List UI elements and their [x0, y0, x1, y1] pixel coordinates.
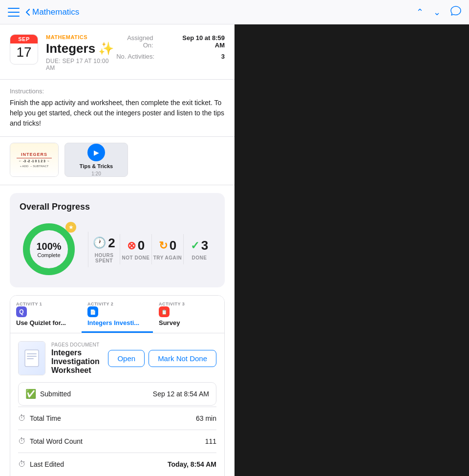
activity-2-top: 📄 [87, 306, 147, 318]
stat-try-again: ↻ 0 TRY AGAIN [151, 234, 183, 264]
hours-value: 2 [108, 236, 115, 251]
poster-ops: + ADD − SUBTRACT [20, 165, 48, 168]
video-duration: 1:20 [91, 171, 101, 176]
poster-title: INTEGERS [21, 152, 47, 157]
total-word-count-label: Total Word Count [30, 437, 83, 445]
donut-label: Complete [36, 252, 61, 258]
activity-tab-2[interactable]: ACTIVITY 2 📄 Integers Investi... [82, 296, 153, 333]
up-nav-icon[interactable]: ⌃ [416, 7, 424, 18]
not-done-label: NOT DONE [120, 255, 151, 260]
activity-1-title: Use Quizlet for... [16, 319, 76, 331]
total-word-count-left: ⏱ Total Word Count [18, 437, 83, 446]
assigned-on-row: Assigned On: Sep 10 at 8:59 AM [116, 34, 225, 49]
donut-percentage: 100% [36, 241, 61, 252]
total-word-count-value: 111 [205, 437, 216, 445]
calendar-month: SEP [10, 35, 38, 43]
activity-3-icon: 📋 [159, 306, 170, 317]
tips-tricks-video[interactable]: ▶ Tips & Tricks 1:20 [64, 143, 128, 177]
done-icon: ✓ [191, 239, 199, 252]
no-activities-row: No. Activities: 3 [116, 53, 225, 60]
open-button[interactable]: Open [108, 350, 145, 367]
mark-not-done-button[interactable]: Mark Not Done [149, 350, 216, 367]
attachments-section: INTEGERS ← -3 -2 -1 0 1 2 3 → + ADD − SU… [0, 137, 234, 185]
title-text: Integers [46, 41, 95, 56]
nav-left: Mathematics [8, 7, 79, 17]
activity-3-top: 📋 [159, 306, 218, 318]
progress-row: 100% Complete ★ 🕐 2 HOURS SPENT [20, 220, 215, 279]
activity-1-num: ACTIVITY 1 [16, 302, 76, 306]
done-value: 3 [201, 238, 208, 253]
integers-poster: INTEGERS ← -3 -2 -1 0 1 2 3 → + ADD − SU… [10, 143, 58, 176]
try-again-value: 0 [170, 238, 176, 253]
nav-right: ⌃ ⌄ [416, 6, 461, 18]
comment-icon[interactable] [450, 6, 461, 18]
poster-divider [17, 158, 52, 158]
activity-tab-3[interactable]: ACTIVITY 3 📋 Survey [153, 296, 224, 333]
no-activities-label: No. Activities: [116, 53, 154, 60]
assignment-left: SEP 17 MATHEMATICS Integers ✨ DUE: SEP 1… [10, 34, 116, 71]
submitted-text: Submitted [40, 390, 71, 398]
total-time-value: 63 min [196, 414, 216, 422]
hours-label: HOURS SPENT [88, 253, 120, 263]
doc-thumbnail [18, 341, 45, 375]
activity-1-icon: Q [16, 306, 27, 317]
submitted-time: Sep 12 at 8:54 AM [153, 390, 209, 398]
down-nav-icon[interactable]: ⌄ [433, 7, 441, 18]
total-word-count-row: ⏱ Total Word Count 111 [18, 430, 216, 453]
video-title: Tips & Tricks [80, 163, 113, 169]
last-edited-label: Last Edited [30, 460, 64, 468]
total-time-label: Total Time [30, 414, 61, 422]
right-panel [234, 24, 469, 476]
title-emoji: ✨ [98, 41, 114, 56]
activity-2-icon: 📄 [87, 306, 98, 317]
not-done-icon: ⊗ [127, 239, 136, 252]
nav-bar: Mathematics ⌃ ⌄ [0, 0, 469, 24]
doc-name: Integers Investigation Worksheet [51, 348, 102, 375]
assigned-on-label: Assigned On: [116, 34, 153, 49]
stat-not-done-top: ⊗ 0 [120, 238, 151, 253]
total-word-count-icon: ⏱ [18, 437, 26, 446]
play-button[interactable]: ▶ [87, 144, 105, 161]
due-date: DUE: SEP 17 AT 10:00 AM [46, 58, 116, 71]
donut-center: 100% Complete [36, 241, 61, 258]
activity-3-title: Survey [159, 319, 218, 331]
stat-hours-top: 🕐 2 [88, 236, 120, 251]
stat-done-top: ✓ 3 [184, 238, 215, 253]
last-edited-icon: ⏱ [18, 460, 26, 469]
assignment-title: Integers ✨ [46, 41, 116, 56]
back-button[interactable]: Mathematics [25, 7, 79, 17]
hours-icon: 🕐 [93, 237, 106, 249]
instructions-label: Instructions: [10, 87, 225, 95]
last-edited-left: ⏱ Last Edited [18, 460, 64, 469]
star-badge: ★ [65, 222, 76, 233]
activity-3-num: ACTIVITY 3 [159, 302, 218, 306]
doc-info: PAGES DOCUMENT Integers Investigation Wo… [51, 342, 102, 375]
layout: SEP 17 MATHEMATICS Integers ✨ DUE: SEP 1… [0, 24, 469, 476]
instructions-text: Finish the app activity and worksheet, t… [10, 98, 225, 129]
activity-2-num: ACTIVITY 2 [87, 302, 147, 306]
calendar-icon: SEP 17 [10, 34, 38, 65]
no-activities-value: 3 [221, 53, 225, 60]
doc-actions: Open Mark Not Done [108, 350, 216, 367]
activity-tab-1[interactable]: ACTIVITY 1 Q Use Quizlet for... [10, 296, 82, 333]
svg-rect-5 [27, 358, 34, 359]
doc-type: PAGES DOCUMENT [51, 342, 102, 347]
doc-row: PAGES DOCUMENT Integers Investigation Wo… [18, 341, 216, 375]
main-content: SEP 17 MATHEMATICS Integers ✨ DUE: SEP 1… [0, 24, 234, 476]
submitted-check-icon: ✅ [25, 389, 36, 399]
svg-rect-3 [27, 353, 37, 354]
svg-rect-4 [27, 356, 37, 357]
instructions-section: Instructions: Finish the app activity an… [0, 80, 234, 137]
activity-2-title: Integers Investi... [87, 319, 147, 331]
poster-numbers: ← -3 -2 -1 0 1 2 3 → [19, 159, 50, 163]
stat-hours-spent: 🕐 2 HOURS SPENT [88, 232, 120, 267]
back-label: Mathematics [32, 7, 79, 17]
submitted-left: ✅ Submitted [25, 389, 71, 399]
integers-poster-thumb[interactable]: INTEGERS ← -3 -2 -1 0 1 2 3 → + ADD − SU… [10, 143, 59, 177]
last-edited-row: ⏱ Last Edited Today, 8:54 AM [18, 453, 216, 476]
progress-section: Overall Progress 100% Complete ★ [10, 193, 225, 287]
assignment-info: MATHEMATICS Integers ✨ DUE: SEP 17 AT 10… [46, 34, 116, 71]
sidebar-toggle-button[interactable] [8, 8, 20, 17]
stat-try-again-top: ↻ 0 [152, 238, 183, 253]
stats-row: 🕐 2 HOURS SPENT ⊗ 0 NOT DONE [88, 232, 215, 267]
